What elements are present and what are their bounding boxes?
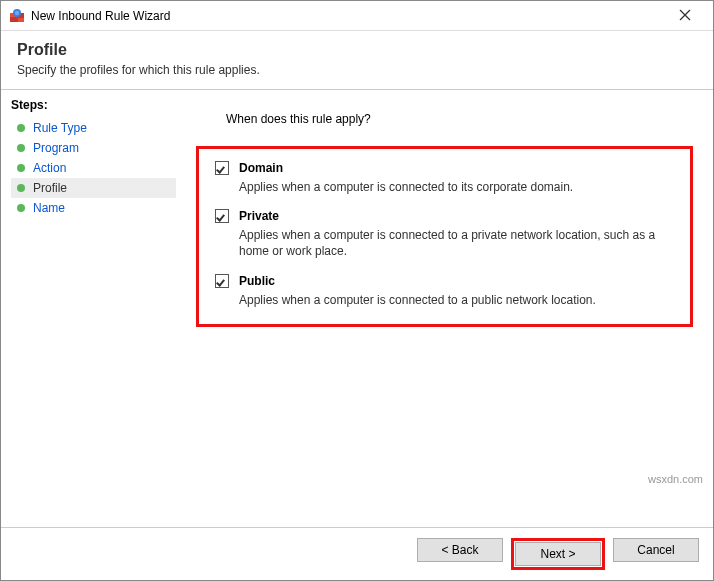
- question-text: When does this rule apply?: [226, 112, 693, 126]
- main-panel: When does this rule apply? Domain Applie…: [176, 90, 713, 527]
- step-label: Name: [33, 201, 65, 215]
- step-label: Rule Type: [33, 121, 87, 135]
- option-label: Domain: [239, 161, 283, 175]
- option-desc: Applies when a computer is connected to …: [239, 292, 674, 308]
- checkbox-public[interactable]: [215, 274, 229, 288]
- option-label: Public: [239, 274, 275, 288]
- step-name[interactable]: Name: [11, 198, 176, 218]
- wizard-header: Profile Specify the profiles for which t…: [1, 31, 713, 90]
- step-bullet-icon: [17, 124, 25, 132]
- step-label: Profile: [33, 181, 67, 195]
- svg-rect-3: [10, 18, 17, 22]
- option-desc: Applies when a computer is connected to …: [239, 227, 674, 259]
- watermark: wsxdn.com: [648, 473, 703, 485]
- titlebar: New Inbound Rule Wizard: [1, 1, 713, 31]
- wizard-body: Steps: Rule Type Program Action Profile …: [1, 90, 713, 527]
- option-label: Private: [239, 209, 279, 223]
- wizard-footer: < Back Next > Cancel: [1, 527, 713, 580]
- next-button[interactable]: Next >: [515, 542, 601, 566]
- steps-sidebar: Steps: Rule Type Program Action Profile …: [1, 90, 176, 527]
- page-subtitle: Specify the profiles for which this rule…: [17, 63, 697, 77]
- step-profile[interactable]: Profile: [11, 178, 176, 198]
- step-bullet-icon: [17, 184, 25, 192]
- checkbox-private[interactable]: [215, 209, 229, 223]
- option-public: Public Applies when a computer is connec…: [215, 274, 674, 308]
- option-domain: Domain Applies when a computer is connec…: [215, 161, 674, 195]
- step-bullet-icon: [17, 204, 25, 212]
- options-highlight: Domain Applies when a computer is connec…: [196, 146, 693, 327]
- svg-point-6: [15, 10, 19, 14]
- steps-heading: Steps:: [11, 98, 176, 112]
- close-button[interactable]: [665, 8, 705, 24]
- option-desc: Applies when a computer is connected to …: [239, 179, 674, 195]
- firewall-icon: [9, 8, 25, 24]
- cancel-button[interactable]: Cancel: [613, 538, 699, 562]
- step-rule-type[interactable]: Rule Type: [11, 118, 176, 138]
- next-highlight: Next >: [511, 538, 605, 570]
- window-title: New Inbound Rule Wizard: [31, 9, 665, 23]
- checkbox-domain[interactable]: [215, 161, 229, 175]
- step-action[interactable]: Action: [11, 158, 176, 178]
- step-bullet-icon: [17, 164, 25, 172]
- option-private: Private Applies when a computer is conne…: [215, 209, 674, 259]
- step-program[interactable]: Program: [11, 138, 176, 158]
- wizard-window: New Inbound Rule Wizard Profile Specify …: [0, 0, 714, 581]
- step-bullet-icon: [17, 144, 25, 152]
- step-label: Program: [33, 141, 79, 155]
- svg-rect-4: [18, 18, 24, 22]
- page-title: Profile: [17, 41, 697, 59]
- step-label: Action: [33, 161, 66, 175]
- close-icon: [679, 9, 691, 21]
- back-button[interactable]: < Back: [417, 538, 503, 562]
